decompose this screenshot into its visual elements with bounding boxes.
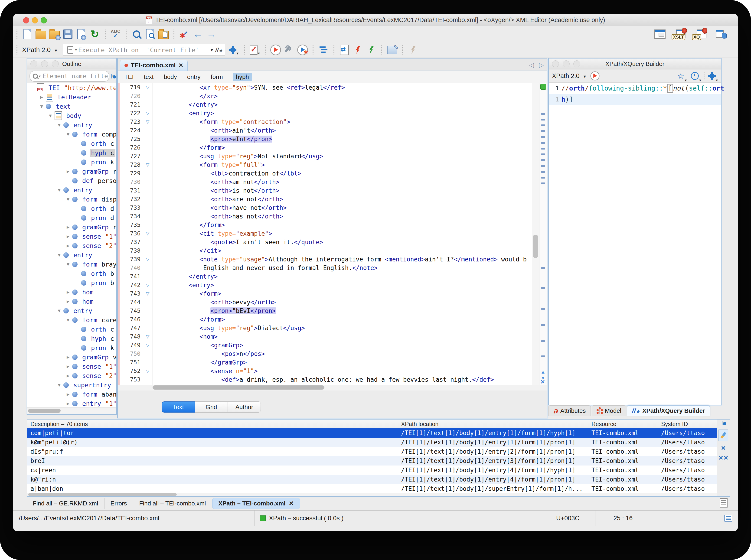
outline-tree-item-hyph[interactable]: hyphc — [27, 334, 116, 343]
fold-toggle-icon[interactable]: ▽ — [143, 255, 153, 263]
outline-tree-item-pron[interactable]: pronk — [27, 343, 116, 353]
collapsed-arrow-icon[interactable]: ▶ — [37, 94, 46, 100]
result-row[interactable]: com|peti|tor/TEI[1]/text[1]/body[1]/entr… — [27, 428, 717, 438]
ruler-match-mark[interactable] — [541, 148, 545, 149]
collapsed-arrow-icon[interactable]: ▶ — [64, 234, 72, 239]
builder-settings-button[interactable] — [709, 73, 715, 79]
code-line-748[interactable]: 748▽<hom> — [118, 332, 532, 341]
save-to-url-button[interactable] — [76, 28, 87, 40]
pin-green-button[interactable] — [366, 44, 377, 56]
outline-tree-item-gramGrp[interactable]: ▶gramGrpr — [27, 167, 116, 176]
tab-attributes[interactable]: aAttributes — [548, 405, 591, 416]
scroll-tabs-left-button[interactable]: ◁ — [529, 62, 534, 69]
outline-tree-item-hyph[interactable]: hyphc — [27, 148, 116, 157]
collapsed-arrow-icon[interactable]: ▶ — [64, 401, 72, 406]
view-button-text[interactable]: Text — [162, 401, 195, 413]
ruler-match-mark[interactable] — [541, 159, 545, 161]
overview-ruler[interactable]: ✕▲▼ — [539, 83, 547, 385]
open-button[interactable] — [35, 28, 46, 40]
breadcrumb-item-form[interactable]: form — [211, 73, 223, 81]
outline-tree-item-orth[interactable]: orthb — [27, 269, 116, 278]
outline-tree-item-form[interactable]: ▼formcare — [27, 315, 116, 325]
favorites-star-button[interactable]: ☆ — [677, 71, 684, 81]
results-horizontal-scrollbar[interactable] — [27, 493, 717, 496]
ruler-match-mark[interactable] — [541, 130, 545, 132]
code-line-734[interactable]: 734<orth>has not</orth> — [118, 212, 532, 221]
collapsed-arrow-icon[interactable]: ▶ — [64, 364, 72, 369]
outline-tree-item-sense[interactable]: ▶sense"2" — [27, 371, 116, 380]
code-line-722[interactable]: 722▽<entry> — [118, 109, 532, 118]
outline-horizontal-scrollbar[interactable] — [27, 407, 116, 414]
go-to-last-modification-button[interactable]: ↙✱ — [179, 28, 190, 40]
outline-tree-item-form[interactable]: ▼formdisp — [27, 195, 116, 204]
view-button-author[interactable]: Author — [228, 401, 261, 413]
code-line-746[interactable]: 746</form> — [118, 315, 532, 324]
debug-xquery-button[interactable]: XQ — [695, 28, 706, 40]
database-perspective-button[interactable] — [716, 28, 727, 40]
collapsed-arrow-icon[interactable]: ▶ — [64, 354, 72, 360]
expanded-arrow-icon[interactable]: ▼ — [55, 382, 63, 388]
bottom-tab-find-all-tei-combo-xml[interactable]: Find all – TEI-combo.xml — [133, 498, 212, 509]
fold-toggle-icon[interactable]: ▽ — [143, 289, 153, 298]
new-document-button[interactable] — [22, 28, 33, 40]
code-line-730[interactable]: 730<orth>am not</orth> — [118, 178, 532, 186]
outline-panel-header[interactable]: Outline — [27, 59, 116, 69]
collapsed-arrow-icon[interactable]: ▶ — [64, 289, 72, 295]
code-line-731[interactable]: 731<orth>is not</orth> — [118, 186, 532, 195]
outline-tree-item-form[interactable]: ▶formaban — [27, 389, 116, 399]
code-line-741[interactable]: 741</entry> — [118, 272, 532, 281]
fold-toggle-icon[interactable]: ▽ — [143, 366, 153, 375]
xpath-expression-editor[interactable]: 1//orth/following-sibling::*[not(self::o… — [549, 83, 721, 405]
xpath-expression-combo[interactable]: ▾ Execute XPath on 'Current File' ▾ //★ — [63, 44, 225, 56]
outline-tree-item-gramGrp[interactable]: ▶gramGrpr — [27, 222, 116, 232]
edit-scenarios-button[interactable] — [387, 44, 398, 56]
collapsed-arrow-icon[interactable]: ▶ — [64, 373, 72, 378]
xpath-settings-button[interactable]: ▾ — [228, 44, 239, 56]
close-tab-icon[interactable]: ✕ — [179, 62, 183, 69]
ruler-match-mark[interactable] — [541, 165, 545, 167]
ruler-match-mark[interactable] — [541, 154, 545, 155]
code-line-747[interactable]: 747<usg type="reg">Dialect</usg> — [118, 324, 532, 332]
column-resource[interactable]: Resource — [591, 421, 661, 427]
expanded-arrow-icon[interactable]: ▼ — [55, 187, 63, 193]
fold-toggle-icon[interactable]: ▽ — [143, 118, 153, 126]
find-in-files-button[interactable] — [144, 28, 156, 40]
code-line-723[interactable]: 723▽<form type="contraction"> — [118, 118, 532, 126]
expanded-arrow-icon[interactable]: ▼ — [64, 132, 72, 137]
format-indent-button[interactable] — [318, 44, 329, 56]
code-line-740[interactable]: 740English and never used in formal Engl… — [118, 263, 532, 272]
breadcrumb-item-body[interactable]: body — [164, 73, 177, 81]
next-match-arrow[interactable]: ▼ — [540, 376, 546, 380]
outline-tree-item-entry[interactable]: ▶entry"1" — [27, 399, 116, 407]
fold-toggle-icon[interactable]: ▽ — [143, 160, 153, 169]
outline-tree-item-sense[interactable]: ▶sense"1" — [27, 232, 116, 241]
outline-tree-item-body[interactable]: ▼body — [27, 111, 116, 120]
outline-tree-item-orth[interactable]: orthc — [27, 325, 116, 334]
outline-tree-item-orth[interactable]: orthc — [27, 139, 116, 148]
code-line-753[interactable]: 753<def>a drink, esp. an alcoholic one: … — [118, 375, 532, 384]
editor-horizontal-scrollbar[interactable] — [118, 385, 547, 391]
scrollbar-thumb[interactable] — [153, 385, 324, 389]
status-notes-icon[interactable] — [724, 515, 732, 522]
close-window-button[interactable] — [23, 17, 29, 23]
code-line-752[interactable]: 752▽<sense n="1"> — [118, 366, 532, 375]
outline-tree-item-orth[interactable]: orthd — [27, 204, 116, 213]
pin-red-button[interactable] — [352, 44, 363, 56]
code-line-733[interactable]: 733<orth>have not</orth> — [118, 203, 532, 212]
fold-toggle-icon[interactable]: ▽ — [143, 229, 153, 238]
code-line-728[interactable]: 728▽<form type="full"> — [118, 160, 532, 169]
outline-tree-item-teiHeader[interactable]: ▶teiHeader — [27, 93, 116, 102]
previous-match-arrow[interactable]: ▲ — [540, 369, 546, 374]
ruler-match-mark[interactable] — [541, 124, 545, 126]
result-row[interactable]: k@m"petit@(r)/TEI[1]/text[1]/body[1]/ent… — [27, 438, 717, 447]
result-row[interactable]: ca|reen/TEI[1]/text[1]/body[1]/entry[4]/… — [27, 465, 717, 475]
outline-tree-item-text[interactable]: ▼text — [27, 102, 116, 111]
code-line-720[interactable]: 720</xr> — [118, 92, 532, 100]
fold-toggle-icon[interactable]: ▽ — [143, 332, 153, 341]
outline-tree-item-entry[interactable]: ▼entry — [27, 306, 116, 315]
result-row[interactable]: k@"ri:n/TEI[1]/text[1]/body[1]/entry[4]/… — [27, 475, 717, 484]
find-resource-button[interactable] — [158, 28, 169, 40]
close-tab-icon[interactable]: ✕ — [289, 500, 294, 507]
column-xpath-location[interactable]: XPath location — [401, 421, 591, 427]
code-line-745[interactable]: 745<pron>"bEvI</pron> — [118, 306, 532, 315]
